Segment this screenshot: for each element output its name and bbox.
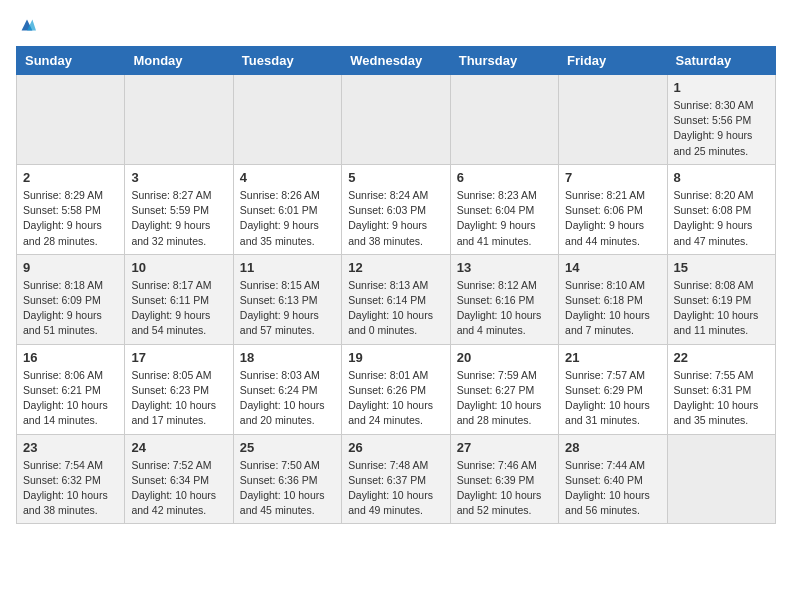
day-number: 10 — [131, 260, 226, 275]
day-number: 6 — [457, 170, 552, 185]
day-info: Sunrise: 8:12 AMSunset: 6:16 PMDaylight:… — [457, 278, 552, 339]
day-info: Sunrise: 8:23 AMSunset: 6:04 PMDaylight:… — [457, 188, 552, 249]
calendar-cell: 19Sunrise: 8:01 AMSunset: 6:26 PMDayligh… — [342, 344, 450, 434]
day-number: 24 — [131, 440, 226, 455]
day-number: 13 — [457, 260, 552, 275]
calendar-cell: 17Sunrise: 8:05 AMSunset: 6:23 PMDayligh… — [125, 344, 233, 434]
col-header-sunday: Sunday — [17, 47, 125, 75]
day-number: 14 — [565, 260, 660, 275]
day-number: 11 — [240, 260, 335, 275]
day-info: Sunrise: 8:10 AMSunset: 6:18 PMDaylight:… — [565, 278, 660, 339]
day-info: Sunrise: 8:20 AMSunset: 6:08 PMDaylight:… — [674, 188, 769, 249]
calendar-cell: 26Sunrise: 7:48 AMSunset: 6:37 PMDayligh… — [342, 434, 450, 524]
calendar-cell: 15Sunrise: 8:08 AMSunset: 6:19 PMDayligh… — [667, 254, 775, 344]
day-info: Sunrise: 7:50 AMSunset: 6:36 PMDaylight:… — [240, 458, 335, 519]
calendar-cell: 1Sunrise: 8:30 AMSunset: 5:56 PMDaylight… — [667, 75, 775, 165]
logo-icon — [18, 16, 36, 34]
day-number: 16 — [23, 350, 118, 365]
col-header-monday: Monday — [125, 47, 233, 75]
day-info: Sunrise: 8:03 AMSunset: 6:24 PMDaylight:… — [240, 368, 335, 429]
calendar-cell: 20Sunrise: 7:59 AMSunset: 6:27 PMDayligh… — [450, 344, 558, 434]
calendar-cell: 11Sunrise: 8:15 AMSunset: 6:13 PMDayligh… — [233, 254, 341, 344]
day-number: 7 — [565, 170, 660, 185]
calendar-cell: 14Sunrise: 8:10 AMSunset: 6:18 PMDayligh… — [559, 254, 667, 344]
day-number: 1 — [674, 80, 769, 95]
calendar-cell: 2Sunrise: 8:29 AMSunset: 5:58 PMDaylight… — [17, 164, 125, 254]
calendar-week-row: 2Sunrise: 8:29 AMSunset: 5:58 PMDaylight… — [17, 164, 776, 254]
calendar-cell — [233, 75, 341, 165]
day-info: Sunrise: 8:05 AMSunset: 6:23 PMDaylight:… — [131, 368, 226, 429]
calendar-cell: 3Sunrise: 8:27 AMSunset: 5:59 PMDaylight… — [125, 164, 233, 254]
day-number: 23 — [23, 440, 118, 455]
day-info: Sunrise: 8:21 AMSunset: 6:06 PMDaylight:… — [565, 188, 660, 249]
day-number: 25 — [240, 440, 335, 455]
col-header-wednesday: Wednesday — [342, 47, 450, 75]
col-header-tuesday: Tuesday — [233, 47, 341, 75]
day-info: Sunrise: 8:13 AMSunset: 6:14 PMDaylight:… — [348, 278, 443, 339]
day-number: 27 — [457, 440, 552, 455]
day-number: 2 — [23, 170, 118, 185]
day-info: Sunrise: 8:15 AMSunset: 6:13 PMDaylight:… — [240, 278, 335, 339]
calendar-cell: 18Sunrise: 8:03 AMSunset: 6:24 PMDayligh… — [233, 344, 341, 434]
day-info: Sunrise: 7:52 AMSunset: 6:34 PMDaylight:… — [131, 458, 226, 519]
calendar-cell — [559, 75, 667, 165]
day-info: Sunrise: 8:26 AMSunset: 6:01 PMDaylight:… — [240, 188, 335, 249]
calendar-cell: 5Sunrise: 8:24 AMSunset: 6:03 PMDaylight… — [342, 164, 450, 254]
col-header-thursday: Thursday — [450, 47, 558, 75]
calendar-cell: 9Sunrise: 8:18 AMSunset: 6:09 PMDaylight… — [17, 254, 125, 344]
calendar-cell — [17, 75, 125, 165]
day-info: Sunrise: 7:54 AMSunset: 6:32 PMDaylight:… — [23, 458, 118, 519]
calendar-cell — [342, 75, 450, 165]
calendar-cell: 21Sunrise: 7:57 AMSunset: 6:29 PMDayligh… — [559, 344, 667, 434]
day-number: 17 — [131, 350, 226, 365]
calendar-cell: 13Sunrise: 8:12 AMSunset: 6:16 PMDayligh… — [450, 254, 558, 344]
day-info: Sunrise: 7:55 AMSunset: 6:31 PMDaylight:… — [674, 368, 769, 429]
col-header-friday: Friday — [559, 47, 667, 75]
day-info: Sunrise: 8:29 AMSunset: 5:58 PMDaylight:… — [23, 188, 118, 249]
day-number: 5 — [348, 170, 443, 185]
col-header-saturday: Saturday — [667, 47, 775, 75]
day-info: Sunrise: 8:06 AMSunset: 6:21 PMDaylight:… — [23, 368, 118, 429]
calendar-cell: 25Sunrise: 7:50 AMSunset: 6:36 PMDayligh… — [233, 434, 341, 524]
day-info: Sunrise: 7:59 AMSunset: 6:27 PMDaylight:… — [457, 368, 552, 429]
day-info: Sunrise: 8:27 AMSunset: 5:59 PMDaylight:… — [131, 188, 226, 249]
day-info: Sunrise: 7:48 AMSunset: 6:37 PMDaylight:… — [348, 458, 443, 519]
calendar-week-row: 23Sunrise: 7:54 AMSunset: 6:32 PMDayligh… — [17, 434, 776, 524]
day-number: 9 — [23, 260, 118, 275]
day-number: 3 — [131, 170, 226, 185]
day-info: Sunrise: 7:57 AMSunset: 6:29 PMDaylight:… — [565, 368, 660, 429]
calendar-cell: 28Sunrise: 7:44 AMSunset: 6:40 PMDayligh… — [559, 434, 667, 524]
day-number: 19 — [348, 350, 443, 365]
day-number: 8 — [674, 170, 769, 185]
calendar-cell — [450, 75, 558, 165]
calendar-cell: 24Sunrise: 7:52 AMSunset: 6:34 PMDayligh… — [125, 434, 233, 524]
day-info: Sunrise: 8:01 AMSunset: 6:26 PMDaylight:… — [348, 368, 443, 429]
calendar-week-row: 9Sunrise: 8:18 AMSunset: 6:09 PMDaylight… — [17, 254, 776, 344]
calendar-cell — [125, 75, 233, 165]
day-number: 21 — [565, 350, 660, 365]
calendar-cell: 12Sunrise: 8:13 AMSunset: 6:14 PMDayligh… — [342, 254, 450, 344]
page-header — [16, 16, 776, 34]
day-info: Sunrise: 7:46 AMSunset: 6:39 PMDaylight:… — [457, 458, 552, 519]
calendar-header-row: SundayMondayTuesdayWednesdayThursdayFrid… — [17, 47, 776, 75]
day-number: 4 — [240, 170, 335, 185]
calendar-cell: 10Sunrise: 8:17 AMSunset: 6:11 PMDayligh… — [125, 254, 233, 344]
day-info: Sunrise: 7:44 AMSunset: 6:40 PMDaylight:… — [565, 458, 660, 519]
calendar-cell: 23Sunrise: 7:54 AMSunset: 6:32 PMDayligh… — [17, 434, 125, 524]
logo — [16, 16, 36, 34]
calendar-cell: 16Sunrise: 8:06 AMSunset: 6:21 PMDayligh… — [17, 344, 125, 434]
calendar-table: SundayMondayTuesdayWednesdayThursdayFrid… — [16, 46, 776, 524]
day-info: Sunrise: 8:08 AMSunset: 6:19 PMDaylight:… — [674, 278, 769, 339]
day-info: Sunrise: 8:30 AMSunset: 5:56 PMDaylight:… — [674, 98, 769, 159]
calendar-week-row: 1Sunrise: 8:30 AMSunset: 5:56 PMDaylight… — [17, 75, 776, 165]
calendar-week-row: 16Sunrise: 8:06 AMSunset: 6:21 PMDayligh… — [17, 344, 776, 434]
day-number: 22 — [674, 350, 769, 365]
day-number: 20 — [457, 350, 552, 365]
calendar-cell: 8Sunrise: 8:20 AMSunset: 6:08 PMDaylight… — [667, 164, 775, 254]
day-info: Sunrise: 8:24 AMSunset: 6:03 PMDaylight:… — [348, 188, 443, 249]
calendar-cell: 7Sunrise: 8:21 AMSunset: 6:06 PMDaylight… — [559, 164, 667, 254]
calendar-cell: 22Sunrise: 7:55 AMSunset: 6:31 PMDayligh… — [667, 344, 775, 434]
calendar-cell: 6Sunrise: 8:23 AMSunset: 6:04 PMDaylight… — [450, 164, 558, 254]
calendar-cell: 27Sunrise: 7:46 AMSunset: 6:39 PMDayligh… — [450, 434, 558, 524]
day-number: 28 — [565, 440, 660, 455]
